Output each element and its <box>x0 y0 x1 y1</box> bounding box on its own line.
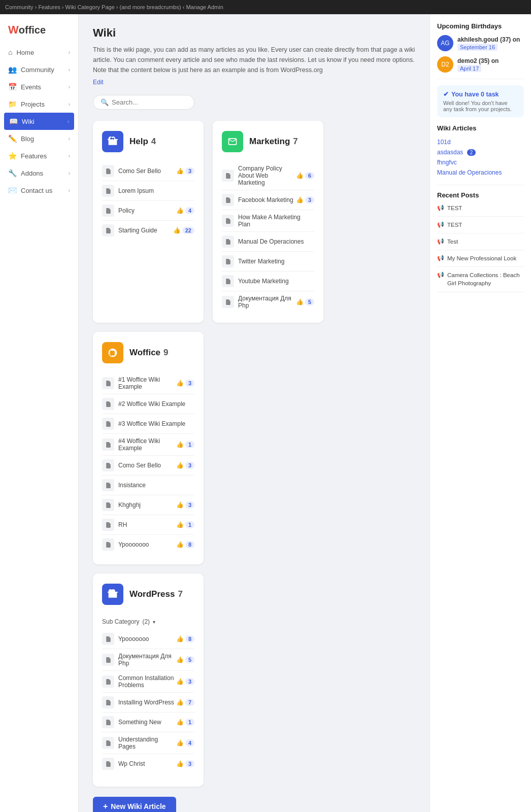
article-list: Como Ser Bello 👍3 Lorem Ipsum Policy 👍4 … <box>102 161 194 240</box>
logo-rest: office <box>19 24 46 36</box>
list-item: Ypooooooo 👍8 <box>102 535 194 554</box>
search-input[interactable] <box>112 98 183 106</box>
wiki-tag-asdasdas[interactable]: asdasdas 2 <box>437 147 524 157</box>
list-item: How Make A Marketing Plan <box>222 210 314 232</box>
addons-icon: 🔧 <box>8 169 17 177</box>
chevron-right-icon: › <box>69 84 70 90</box>
avatar: D2 <box>437 56 453 73</box>
sidebar-item-label: Projects <box>21 100 69 108</box>
sidebar-item-label: Home <box>16 49 68 56</box>
card-header: Help 4 <box>102 131 194 152</box>
list-item: Company Policy About Web Marketing 👍6 <box>222 161 314 190</box>
sidebar-item-projects[interactable]: 📁 Projects › <box>0 95 78 113</box>
new-wiki-article-button[interactable]: + New Wiki Article <box>93 797 176 812</box>
sub-category-count: (2) <box>142 618 150 625</box>
card-header: Woffice 9 <box>102 342 194 363</box>
birthday-date: April 17 <box>457 65 481 72</box>
category-icon <box>102 131 123 152</box>
list-item: Understanding Pages 👍4 <box>102 732 194 754</box>
sub-category-toggle[interactable]: Sub Category (2) ▾ <box>102 614 194 629</box>
edit-link[interactable]: Edit <box>93 79 104 86</box>
list-item: Something New 👍1 <box>102 713 194 732</box>
upcoming-birthdays-title: Upcoming Birthdays <box>437 22 524 30</box>
category-title: Woffice <box>129 348 160 358</box>
sidebar-item-label: Contact us <box>21 187 69 194</box>
post-icon: 📢 <box>437 272 444 278</box>
sidebar-item-wiki[interactable]: 📖 Wiki › <box>4 113 74 130</box>
categories-grid: Help 4 Como Ser Bello 👍3 Lorem Ipsum Pol… <box>93 121 415 564</box>
list-item: Como Ser Bello 👍3 <box>102 161 194 181</box>
new-wiki-label: New Wiki Article <box>111 802 165 810</box>
wiki-tag-101d[interactable]: 101d <box>437 137 524 147</box>
recent-post-item: 📢 Test <box>437 238 524 250</box>
list-item: Khghghj 👍3 <box>102 495 194 515</box>
list-item: Документация Для Php 👍5 <box>222 291 314 313</box>
post-icon: 📢 <box>437 205 444 211</box>
sidebar-item-home[interactable]: ⌂ Home › <box>0 44 78 61</box>
sidebar-item-features[interactable]: ⭐ Features › <box>0 147 78 164</box>
list-item: Installing WordPress 👍7 <box>102 693 194 713</box>
sidebar-item-contact[interactable]: ✉️ Contact us › <box>0 182 78 199</box>
list-item: Common Installation Problems 👍3 <box>102 671 194 693</box>
recent-posts-title: Recent Posts <box>437 191 524 199</box>
task-box: ✔ You have 0 task Well done! You don't h… <box>437 85 524 117</box>
wordpress-grid: WordPress 7 Sub Category (2) ▾ Ypooooooo… <box>93 573 415 787</box>
sidebar-item-label: Blog <box>21 135 69 143</box>
article-list: Ypooooooo 👍8 Документация Для Php 👍5 Com… <box>102 629 194 773</box>
sidebar-item-label: Community <box>21 66 69 74</box>
sidebar-item-events[interactable]: 📅 Events › <box>0 78 78 95</box>
chevron-right-icon: › <box>69 136 70 142</box>
post-title: Camera Collections : Beach Girl Photogra… <box>447 271 524 287</box>
wiki-tag-fhngfvc[interactable]: fhngfvc <box>437 157 524 167</box>
category-title: Help <box>129 137 148 147</box>
main-content: Wiki This is the wiki page, you can add … <box>79 14 429 812</box>
events-icon: 📅 <box>8 83 17 91</box>
post-icon: 📢 <box>437 255 444 261</box>
sidebar: Woffice ⌂ Home › 👥 Community › 📅 Events … <box>0 14 79 812</box>
check-icon: ✔ <box>443 90 449 98</box>
list-item: #3 Woffice Wiki Example <box>102 414 194 434</box>
topbar-text: Community › Features › Wiki Category Pag… <box>5 4 223 10</box>
plus-icon: + <box>103 802 108 811</box>
logo-w: W <box>8 23 19 36</box>
sidebar-item-label: Wiki <box>22 118 68 125</box>
right-sidebar: Upcoming Birthdays AG akhilesh.goud (37)… <box>429 14 531 812</box>
wiki-articles-title: Wiki Articles <box>437 124 524 132</box>
recent-post-item: 📢 TEST <box>437 221 524 233</box>
category-count: 7 <box>293 137 297 147</box>
category-card-marketing: Marketing 7 Company Policy About Web Mar… <box>213 121 323 323</box>
recent-post-item: 📢 My New Professional Look <box>437 254 524 267</box>
card-header: Marketing 7 <box>222 131 314 152</box>
wiki-articles-section: Wiki Articles 101d asdasdas 2 fhngfvc Ma… <box>437 124 524 178</box>
sidebar-item-blog[interactable]: ✏️ Blog › <box>0 130 78 147</box>
list-item: Policy 👍4 <box>102 201 194 221</box>
task-title: ✔ You have 0 task <box>443 90 518 98</box>
sidebar-item-addons[interactable]: 🔧 Addons › <box>0 164 78 182</box>
page-description: This is the wiki page, you can add as ma… <box>93 45 415 75</box>
contact-icon: ✉️ <box>8 186 17 194</box>
sidebar-item-label: Events <box>21 83 69 91</box>
category-title: Marketing <box>249 137 290 147</box>
post-title: My New Professional Look <box>447 254 516 262</box>
post-title: Test <box>447 238 458 246</box>
projects-icon: 📁 <box>8 100 17 108</box>
topbar: Community › Features › Wiki Category Pag… <box>0 0 531 14</box>
wiki-tag-manual[interactable]: Manual de Operaciones <box>437 167 524 178</box>
divider <box>437 185 524 185</box>
list-item: Insistance <box>102 476 194 495</box>
category-icon <box>102 584 123 605</box>
sidebar-item-label: Features <box>21 152 69 160</box>
article-list: #1 Woffice Wiki Example 👍3 #2 Woffice Wi… <box>102 373 194 554</box>
category-card-woffice: Woffice 9 #1 Woffice Wiki Example 👍3 #2 … <box>93 332 204 564</box>
sidebar-item-community[interactable]: 👥 Community › <box>0 61 78 78</box>
birthday-date: September 16 <box>457 44 497 51</box>
search-icon: 🔍 <box>101 98 109 106</box>
category-card-wordpress: WordPress 7 Sub Category (2) ▾ Ypooooooo… <box>93 573 204 787</box>
divider <box>437 79 524 79</box>
recent-post-item: 📢 TEST <box>437 204 524 217</box>
list-item: #2 Woffice Wiki Example <box>102 394 194 414</box>
category-count: 9 <box>163 348 168 358</box>
article-list: Company Policy About Web Marketing 👍6 Fa… <box>222 161 314 313</box>
list-item: #4 Woffice Wiki Example 👍1 <box>102 434 194 456</box>
list-item: #1 Woffice Wiki Example 👍3 <box>102 373 194 394</box>
